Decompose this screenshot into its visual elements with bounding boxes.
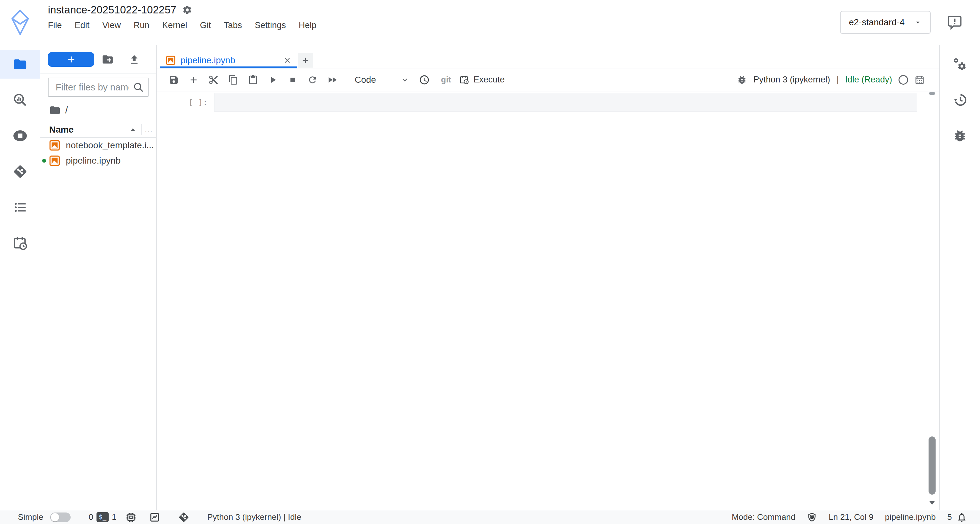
restart-icon: [307, 75, 318, 85]
bug-icon[interactable]: [737, 75, 747, 85]
interrupt-kernel-button[interactable]: [287, 74, 298, 86]
sidebar-item-history[interactable]: [940, 86, 980, 115]
folder-icon: [49, 105, 61, 116]
status-bar: Simple 0 $_ 1: [0, 510, 980, 524]
close-icon[interactable]: [283, 56, 292, 65]
sidebar-item-table-of-contents[interactable]: [0, 193, 40, 222]
breadcrumb[interactable]: /: [40, 97, 156, 122]
file-row-pipeline[interactable]: pipeline.ipynb: [40, 153, 156, 168]
cell-editor[interactable]: [214, 93, 917, 111]
kernel-status-text[interactable]: Python 3 (ipykernel) | Idle: [207, 512, 301, 522]
cursor-position[interactable]: Ln 21, Col 9: [829, 512, 873, 522]
sidebar-item-search-data[interactable]: [0, 86, 40, 115]
execute-label: Execute: [474, 75, 505, 85]
calendar-icon[interactable]: [915, 75, 925, 85]
menu-git[interactable]: Git: [200, 21, 211, 30]
bug-icon: [953, 129, 967, 143]
menu-kernel[interactable]: Kernel: [162, 21, 187, 30]
kernel-separator: |: [837, 75, 839, 85]
cut-cell-button[interactable]: [208, 74, 219, 86]
file-name: pipeline.ipynb: [66, 156, 121, 166]
save-button[interactable]: [168, 74, 180, 86]
menu-settings[interactable]: Settings: [255, 21, 286, 30]
header-main: instance-20251022-102257 File Edit View …: [40, 0, 840, 45]
sidebar-item-running-sessions[interactable]: [0, 121, 40, 150]
sidebar-item-property-inspector[interactable]: [940, 50, 980, 79]
kernel-indicator-group: Python 3 (ipykernel) | Idle (Ready): [737, 75, 925, 85]
file-name: notebook_template.i...: [66, 140, 154, 150]
simple-mode-toggle[interactable]: [50, 513, 71, 522]
header-right: e2-standard-4: [840, 0, 980, 45]
menu-view[interactable]: View: [102, 21, 121, 30]
sidebar-item-notebook-jobs[interactable]: [0, 229, 40, 258]
tab-pipeline-ipynb[interactable]: pipeline.ipynb: [160, 53, 297, 68]
add-cell-button[interactable]: [188, 74, 199, 86]
active-filename[interactable]: pipeline.ipynb: [885, 512, 936, 522]
terminal-count[interactable]: 0: [89, 512, 93, 522]
page-title: instance-20251022-102257: [48, 4, 177, 16]
gear-icon[interactable]: [182, 5, 192, 15]
plus-icon: [301, 56, 310, 65]
plus-icon: [189, 75, 199, 85]
scrollbar-top-pill[interactable]: [929, 92, 935, 95]
plus-icon: [66, 54, 76, 65]
restart-kernel-button[interactable]: [307, 74, 318, 86]
notebook-content: [ ]:: [157, 91, 939, 510]
folder-icon: [13, 57, 27, 72]
execution-time-button[interactable]: [418, 74, 430, 86]
execute-button[interactable]: Execute: [459, 75, 505, 85]
terminal-icon: $_: [97, 512, 109, 522]
filter-files: [48, 78, 149, 97]
tab-label: pipeline.ipynb: [181, 55, 278, 65]
sidebar-item-file-browser[interactable]: [0, 50, 40, 79]
paste-cell-button[interactable]: [247, 74, 259, 86]
command-mode-indicator[interactable]: Mode: Command: [732, 512, 795, 522]
git-status-icon[interactable]: [178, 511, 189, 523]
machine-type-dropdown[interactable]: e2-standard-4: [840, 11, 931, 34]
kernel-usage-icon[interactable]: [126, 512, 137, 523]
bell-icon[interactable]: [956, 512, 967, 523]
sidebar-item-debugger[interactable]: [940, 121, 980, 150]
sidebar-item-git[interactable]: [0, 157, 40, 186]
run-cell-button[interactable]: [267, 74, 278, 86]
restart-run-all-button[interactable]: [326, 74, 338, 86]
feedback-icon[interactable]: [947, 15, 962, 30]
menu-tabs[interactable]: Tabs: [224, 21, 242, 30]
resource-chart-icon[interactable]: [149, 512, 160, 523]
notification-count[interactable]: 5: [947, 512, 952, 522]
new-folder-icon: [102, 53, 114, 65]
breadcrumb-root[interactable]: /: [65, 105, 68, 116]
paste-icon: [248, 75, 258, 85]
scrollbar-down-arrow[interactable]: [929, 501, 935, 505]
name-column-header[interactable]: Name: [49, 124, 73, 135]
scrollbar-thumb[interactable]: [929, 436, 935, 495]
upload-button[interactable]: [121, 54, 147, 65]
code-cell[interactable]: [ ]:: [157, 93, 939, 111]
kernel-count[interactable]: 1: [112, 512, 116, 522]
new-tab-button[interactable]: [298, 53, 313, 68]
trust-shield-icon[interactable]: [807, 512, 817, 523]
cell-prompt: [ ]:: [157, 93, 212, 111]
menu-edit[interactable]: Edit: [75, 21, 90, 30]
active-tab-underline: [160, 67, 297, 68]
chevron-down-icon: [913, 18, 922, 27]
menu-run[interactable]: Run: [134, 21, 150, 30]
jupyterlab-app: instance-20251022-102257 File Edit View …: [0, 0, 980, 524]
file-browser-toolbar: [40, 45, 156, 74]
file-list-header[interactable]: Name ...: [40, 122, 156, 138]
file-row-notebook-template[interactable]: notebook_template.i...: [40, 138, 156, 153]
copy-cell-button[interactable]: [228, 74, 239, 86]
menu-help[interactable]: Help: [299, 21, 317, 30]
kernel-status-circle[interactable]: [899, 75, 908, 85]
new-folder-button[interactable]: [94, 53, 121, 65]
notebook-scrollbar[interactable]: [929, 92, 935, 510]
body: / Name ... notebook_template.i...: [0, 45, 980, 510]
cell-type-dropdown[interactable]: Code: [355, 75, 409, 85]
new-launcher-button[interactable]: [48, 52, 94, 67]
git-toolbar-label[interactable]: git: [441, 75, 451, 85]
fast-forward-icon: [327, 75, 338, 85]
menu-file[interactable]: File: [48, 21, 62, 30]
search-icon: [133, 81, 144, 93]
modified-column-collapsed[interactable]: ...: [142, 125, 156, 134]
kernel-name[interactable]: Python 3 (ipykernel): [754, 75, 830, 85]
